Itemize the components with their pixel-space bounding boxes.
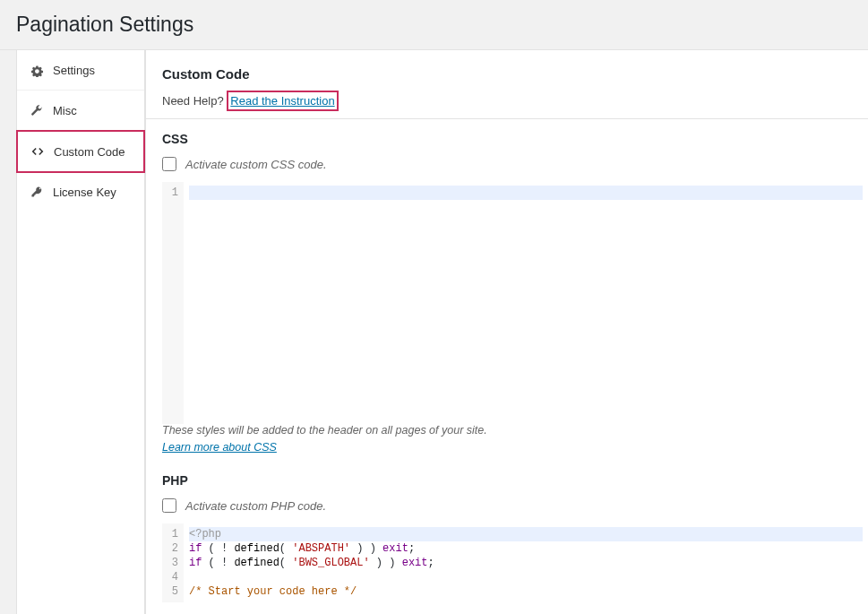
php-title: PHP (162, 473, 868, 488)
sidebar-item-license-key[interactable]: License Key (17, 172, 144, 212)
css-title: CSS (162, 132, 868, 146)
wrench-icon (30, 103, 44, 117)
css-activate-label: Activate custom CSS code. (185, 158, 327, 171)
settings-container: Settings Misc Custom Code License Key Cu… (0, 49, 868, 614)
css-activate-row: Activate custom CSS code. (162, 157, 868, 171)
sidebar-item-settings[interactable]: Settings (17, 50, 144, 91)
sidebar-item-label: Custom Code (54, 145, 125, 159)
code-icon (30, 144, 45, 159)
sidebar-item-label: Misc (53, 104, 77, 117)
gear-icon (30, 63, 44, 77)
php-gutter: 12345 (162, 523, 184, 602)
css-code-area[interactable] (184, 182, 868, 424)
help-link-highlight: Read the Instruction (227, 91, 338, 111)
php-activate-checkbox[interactable] (162, 498, 176, 513)
css-gutter: 1 (162, 182, 184, 424)
css-editor[interactable]: 1 (162, 182, 868, 424)
css-helper-text: These styles will be added to the header… (162, 424, 868, 437)
page-title: Pagination Settings (0, 0, 868, 49)
sidebar-item-label: License Key (53, 186, 116, 199)
divider (146, 118, 868, 119)
sidebar-item-label: Settings (53, 64, 95, 77)
php-activate-label: Activate custom PHP code. (185, 499, 326, 513)
help-prefix: Need Help? (162, 94, 224, 108)
php-code-area[interactable]: <?phpif ( ! defined( 'ABSPATH' ) ) exit;… (184, 523, 868, 602)
learn-more-css-link[interactable]: Learn more about CSS (162, 441, 277, 454)
read-instruction-link[interactable]: Read the Instruction (230, 94, 334, 108)
css-activate-checkbox[interactable] (162, 157, 176, 171)
help-row: Need Help? Read the Instruction (162, 91, 868, 111)
sidebar: Settings Misc Custom Code License Key (16, 50, 145, 614)
sidebar-item-misc[interactable]: Misc (17, 91, 144, 131)
main-content: Custom Code Need Help? Read the Instruct… (145, 50, 868, 614)
php-editor[interactable]: 12345 <?phpif ( ! defined( 'ABSPATH' ) )… (162, 523, 868, 602)
php-activate-row: Activate custom PHP code. (162, 498, 868, 513)
key-icon (30, 185, 44, 199)
sidebar-item-custom-code[interactable]: Custom Code (16, 130, 145, 173)
section-title: Custom Code (162, 66, 868, 82)
